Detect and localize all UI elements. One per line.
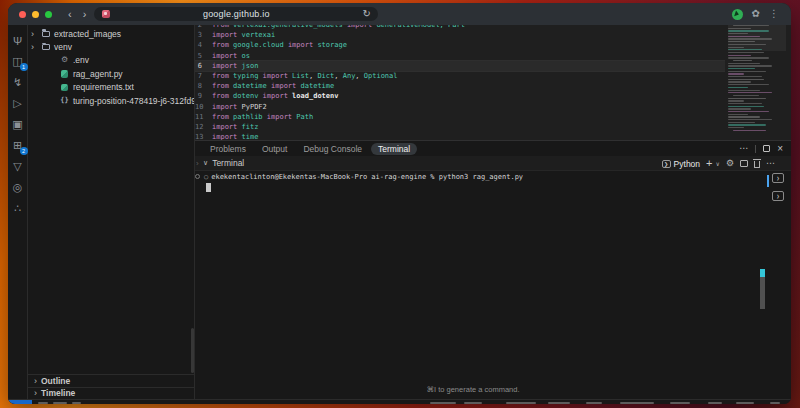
- minimap-line: [728, 87, 748, 88]
- terminal-group-header[interactable]: › ∨ Terminal ❯ Python + ∨ ⚙: [195, 156, 791, 171]
- minimap-line: [728, 55, 751, 56]
- panel-tab-terminal[interactable]: Terminal: [371, 143, 417, 155]
- code-token: import: [212, 123, 242, 131]
- activity-extensions-icon[interactable]: ⊞2: [8, 135, 28, 156]
- chevron-right-icon: ›: [31, 42, 39, 52]
- terminal-viewport[interactable]: ○ekekentaclinton@Ekekentas-MacBook-Pro a…: [195, 171, 791, 399]
- minimap-line: [728, 116, 760, 117]
- terminal-icon: ❯: [662, 160, 671, 168]
- chevron-right-icon: ›: [34, 376, 37, 386]
- forward-icon[interactable]: ›: [83, 9, 87, 20]
- activity-source-control-icon[interactable]: Ψ: [8, 30, 28, 51]
- file-label: .env: [73, 55, 89, 65]
- active-terminal-indicator: [767, 175, 769, 187]
- extensions-flower-icon[interactable]: ✿: [752, 9, 760, 19]
- folder-row[interactable]: ›extracted_images: [28, 27, 194, 40]
- status-item: [770, 402, 780, 404]
- vscode-body: Ψ◫1↯▷▣⊞2▽◎∴ ›extracted_images›venv⚙.envr…: [8, 25, 791, 399]
- kill-terminal-icon[interactable]: [754, 161, 760, 168]
- minimap[interactable]: [728, 25, 786, 138]
- code-token: vertexai.generative_models: [233, 25, 347, 29]
- code-token: from: [212, 25, 233, 29]
- activity-debug-plug-icon[interactable]: ↯: [8, 72, 28, 93]
- chevron-right-icon: ›: [34, 388, 37, 398]
- zoom-window-button[interactable]: [45, 11, 52, 18]
- scrollbar-thumb[interactable]: [760, 277, 765, 309]
- back-icon[interactable]: ‹: [68, 9, 72, 20]
- sidebar-section-timeline[interactable]: ›Timeline: [28, 387, 194, 400]
- reload-icon[interactable]: ↻: [363, 9, 371, 19]
- activity-run-and-debug-icon[interactable]: ▷: [8, 93, 28, 114]
- terminal-instance-active[interactable]: ❯: [772, 173, 784, 183]
- browser-menu-icon[interactable]: ⋮: [769, 9, 779, 19]
- status-item: [506, 402, 536, 404]
- code-token: from: [212, 72, 233, 80]
- code-line: 7from typing import List, Dict, Any, Opt…: [195, 71, 725, 81]
- activity-live-share-icon[interactable]: ◎: [8, 177, 28, 198]
- traffic-lights: [19, 11, 52, 18]
- file-row[interactable]: rag_agent.py: [28, 67, 194, 80]
- terminal-scrollbar[interactable]: [760, 269, 765, 309]
- folder-row[interactable]: ›venv: [28, 40, 194, 53]
- minimap-line: [728, 124, 766, 125]
- activity-testing-icon[interactable]: ▽: [8, 156, 28, 177]
- address-bar[interactable]: google.github.io ↻: [94, 7, 378, 21]
- terminal-more-actions-icon[interactable]: ⋯: [766, 159, 775, 168]
- minimap-line: [728, 68, 755, 69]
- minimize-window-button[interactable]: [32, 11, 39, 18]
- new-terminal-button[interactable]: +: [706, 158, 712, 169]
- code-line: 8from datetime import datetime: [195, 81, 725, 91]
- minimap-line: [728, 92, 772, 93]
- minimap-line: [728, 71, 766, 72]
- minimap-line: [728, 76, 762, 77]
- terminal-profile-dropdown-icon[interactable]: ∨: [716, 160, 720, 167]
- file-row[interactable]: ⚙.env: [28, 54, 194, 67]
- code-editor[interactable]: 2from vertexai.generative_models import …: [195, 25, 791, 140]
- code-token: vertexai: [242, 31, 276, 39]
- code-token: import: [347, 25, 377, 29]
- panel-tab-problems[interactable]: Problems: [203, 143, 253, 155]
- minimap-line: [728, 38, 772, 39]
- code-token: import: [212, 31, 242, 39]
- activity-remote-explorer-icon[interactable]: ◫1: [8, 51, 28, 72]
- status-item: [620, 402, 654, 404]
- maximize-panel-icon[interactable]: [763, 145, 770, 152]
- minimap-line: [728, 119, 772, 120]
- activity-remote-window-icon[interactable]: ▣: [8, 114, 28, 135]
- activity-badge: 2: [20, 147, 28, 155]
- screen-share-icon[interactable]: [732, 9, 743, 20]
- browser-nav: ‹ ›: [68, 9, 86, 20]
- terminal-instances-list: ❯ ❯: [767, 173, 789, 209]
- sidebar-section-outline[interactable]: ›Outline: [28, 374, 194, 387]
- remote-indicator[interactable]: [8, 400, 32, 404]
- terminal-settings-icon[interactable]: ⚙: [726, 159, 734, 168]
- code-token: pathlib: [233, 113, 267, 121]
- file-label: turing-position-478419-j6-312fd9d02...: [73, 96, 194, 106]
- desktop-background: ‹ › google.github.io ↻ ✿ ⋮ Ψ◫1↯▷▣⊞2▽◎∴ ›…: [0, 0, 800, 408]
- minimap-line: [728, 73, 744, 74]
- activity-hierarchy-icon[interactable]: ∴: [8, 198, 28, 219]
- file-row[interactable]: {}turing-position-478419-j6-312fd9d02...: [28, 94, 194, 107]
- code-token: datetime: [233, 82, 271, 90]
- panel-tab-output[interactable]: Output: [255, 143, 295, 155]
- activity-badge: 1: [20, 63, 28, 71]
- minimap-line: [728, 84, 769, 85]
- terminal-instance[interactable]: ❯: [772, 191, 784, 201]
- status-item: [430, 402, 456, 404]
- browser-actions: ✿ ⋮: [732, 3, 779, 25]
- file-row[interactable]: requirements.txt: [28, 81, 194, 94]
- minimap-line: [728, 90, 760, 91]
- file-label: venv: [54, 42, 72, 52]
- folder-icon: [41, 43, 50, 52]
- sidebar-scrollbar[interactable]: [191, 328, 194, 373]
- split-terminal-icon[interactable]: [740, 160, 748, 167]
- close-window-button[interactable]: [19, 11, 26, 18]
- minimap-line: [728, 44, 766, 45]
- panel-tab-debug-console[interactable]: Debug Console: [296, 143, 369, 155]
- code-token: typing: [233, 72, 263, 80]
- url-text[interactable]: google.github.io: [110, 9, 363, 19]
- close-panel-icon[interactable]: ×: [777, 144, 783, 154]
- panel-more-actions-icon[interactable]: ⋯: [739, 144, 748, 153]
- terminal-profile-chip[interactable]: ❯ Python: [662, 159, 700, 169]
- line-number: 3: [195, 31, 212, 39]
